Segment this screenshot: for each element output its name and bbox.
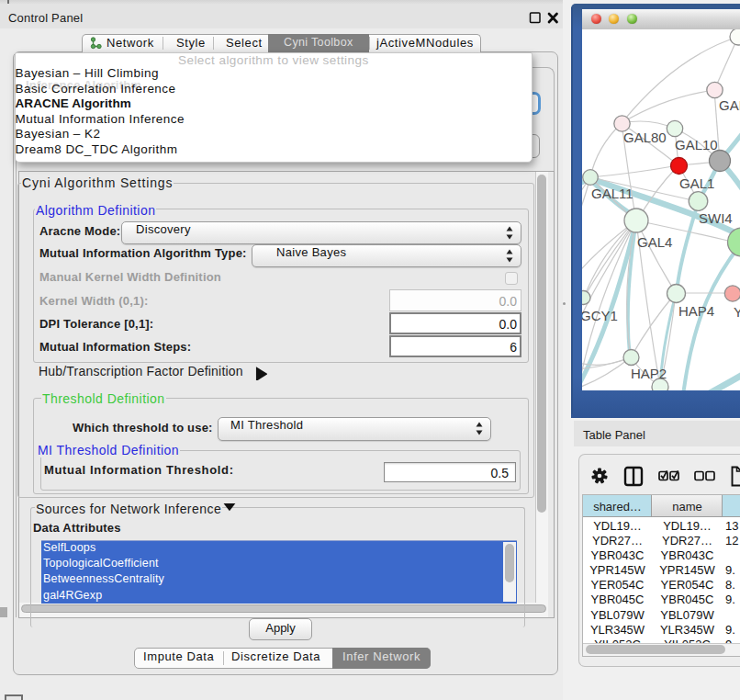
svg-text:GCY1: GCY1 [582, 308, 618, 323]
svg-text:Y: Y [734, 304, 740, 320]
svg-text:GAL4: GAL4 [637, 234, 672, 250]
svg-text:GAL2: GAL2 [719, 97, 740, 113]
svg-text:GAL80: GAL80 [623, 130, 667, 145]
svg-text:GAL1: GAL1 [679, 175, 714, 191]
svg-text:SWI4: SWI4 [699, 210, 733, 226]
svg-text:GAL11: GAL11 [591, 186, 633, 201]
svg-text:HAP2: HAP2 [631, 366, 667, 381]
svg-text:GAL10: GAL10 [675, 137, 718, 152]
svg-text:HAP4: HAP4 [678, 303, 714, 319]
